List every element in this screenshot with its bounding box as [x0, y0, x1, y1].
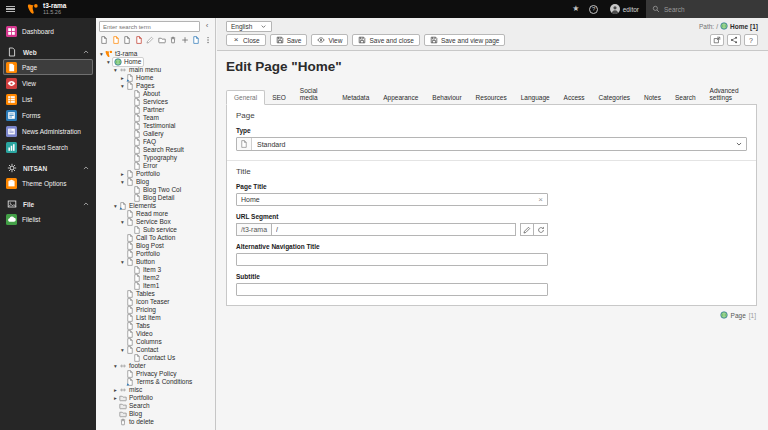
menu-toggle-icon[interactable] — [0, 0, 21, 18]
tree-expander-icon[interactable]: ▸ — [119, 170, 126, 178]
tree-expander-icon[interactable]: ▾ — [119, 218, 126, 226]
tree-node-item-3[interactable]: Item 3 — [96, 266, 215, 274]
tree-expander-icon[interactable]: ▾ — [119, 178, 126, 186]
tree-node-blog-post[interactable]: Blog Post — [96, 242, 215, 250]
user-menu[interactable]: editor — [603, 0, 646, 18]
tree-node-blog[interactable]: Blog — [96, 410, 215, 418]
sidebar-item-view[interactable]: View — [3, 75, 93, 91]
tab-notes[interactable]: Notes — [637, 91, 668, 104]
page-type-select[interactable]: Standard — [236, 137, 747, 151]
help-button[interactable]: ? — [585, 0, 603, 18]
tree-node-pages[interactable]: ▾Pages — [96, 82, 215, 90]
edit-icon[interactable] — [146, 36, 154, 45]
module-group-file[interactable]: File — [3, 197, 93, 211]
tree-expander-icon[interactable]: ▾ — [112, 362, 119, 370]
tab-general[interactable]: General — [226, 90, 265, 105]
open-new-window-button[interactable] — [710, 34, 724, 46]
sidebar-item-dashboard[interactable]: Dashboard — [3, 23, 93, 39]
view-button[interactable]: View — [311, 34, 348, 46]
tree-node-home[interactable]: ▾Home — [96, 58, 215, 66]
sidebar-item-news-administration[interactable]: News Administration — [3, 123, 93, 139]
sidebar-item-forms[interactable]: Forms — [3, 107, 93, 123]
tree-node-portfolio[interactable]: ▸Portfolio — [96, 170, 215, 178]
tree-node-typography[interactable]: Typography — [96, 154, 215, 162]
tree-node-blog[interactable]: ▾Blog — [96, 178, 215, 186]
share-button[interactable] — [727, 34, 741, 46]
tree-node-blog-detail[interactable]: Blog Detail — [96, 194, 215, 202]
tree-node-portfolio[interactable]: Portfolio — [96, 250, 215, 258]
tree-node-search-result[interactable]: Search Result — [96, 146, 215, 154]
expand-icon[interactable] — [181, 36, 189, 45]
page-title-input[interactable] — [241, 196, 535, 203]
tree-node-error[interactable]: Error — [96, 162, 215, 170]
tree-node-button[interactable]: ▾Button — [96, 258, 215, 266]
url-toggle-edit-button[interactable] — [520, 223, 534, 236]
tab-appearance[interactable]: Appearance — [376, 91, 425, 104]
tree-expander-icon[interactable]: ▾ — [98, 50, 105, 58]
tree-node-service-box[interactable]: ▾Service Box — [96, 218, 215, 226]
tab-advanced-settings[interactable]: Advanced settings — [703, 84, 757, 104]
sidebar-item-faceted-search[interactable]: Faceted Search — [3, 139, 93, 155]
save-and-close-button[interactable]: Save and close — [352, 34, 419, 46]
tree-expander-icon[interactable]: ▾ — [105, 58, 112, 66]
bookmarks-button[interactable]: ★ — [567, 0, 585, 18]
tree-node-faq[interactable]: FAQ — [96, 138, 215, 146]
tab-language[interactable]: Language — [514, 91, 557, 104]
tree-expander-icon[interactable]: ▾ — [119, 82, 126, 90]
tree-node-portfolio[interactable]: ▸Portfolio — [96, 394, 215, 402]
tree-node-video[interactable]: Video — [96, 330, 215, 338]
tree-node-privacy-policy[interactable]: Privacy Policy — [96, 370, 215, 378]
tree-node-list-item[interactable]: List Item — [96, 314, 215, 322]
tree-expander-icon[interactable]: ▾ — [112, 202, 119, 210]
tree-node-search[interactable]: Search — [96, 402, 215, 410]
tree-expander-icon[interactable]: ▾ — [119, 258, 126, 266]
tab-behaviour[interactable]: Behaviour — [425, 91, 468, 104]
tree-node-team[interactable]: Team — [96, 114, 215, 122]
recycler-icon[interactable] — [135, 36, 143, 45]
more-icon[interactable] — [204, 36, 212, 45]
tree-node-blog-two-col[interactable]: Blog Two Col — [96, 186, 215, 194]
tree-expander-icon[interactable]: ▸ — [112, 386, 119, 394]
tree-node-item1[interactable]: Item1 — [96, 282, 215, 290]
tree-node-to-delete[interactable]: to delete — [96, 418, 215, 426]
tab-resources[interactable]: Resources — [469, 91, 514, 104]
new-mount-icon[interactable] — [123, 36, 131, 45]
tree-node-elements[interactable]: ▾Elements — [96, 202, 215, 210]
tree-node-footer[interactable]: ▾footer — [96, 362, 215, 370]
global-search[interactable]: Search — [646, 0, 768, 18]
tree-node-pricing[interactable]: Pricing — [96, 306, 215, 314]
collapse-tree-icon[interactable]: ‹ — [202, 21, 212, 32]
sidebar-item-list[interactable]: List — [3, 91, 93, 107]
url-segment-input[interactable] — [276, 226, 511, 233]
tree-node-terms-conditions[interactable]: Terms & Conditions — [96, 378, 215, 386]
tree-node-tables[interactable]: Tables — [96, 290, 215, 298]
info-doc-icon[interactable] — [192, 36, 200, 45]
tab-categories[interactable]: Categories — [592, 91, 637, 104]
tab-social-media[interactable]: Social media — [293, 84, 335, 104]
tree-node-testimonial[interactable]: Testimonial — [96, 122, 215, 130]
alt-nav-title-input[interactable] — [241, 256, 543, 263]
sidebar-item-theme-options[interactable]: Theme Options — [3, 175, 93, 191]
tree-expander-icon[interactable]: ▾ — [119, 346, 126, 354]
typo3-brand[interactable]: t3-rama 11.5.26 — [21, 0, 72, 18]
tree-node-contact[interactable]: ▾Contact — [96, 346, 215, 354]
close-button[interactable]: ×Close — [226, 34, 266, 46]
tree-node-home[interactable]: ▸Home — [96, 74, 215, 82]
tree-expander-icon[interactable]: ▸ — [119, 74, 126, 82]
tree-expander-icon[interactable]: ▾ — [112, 66, 119, 74]
clear-icon[interactable]: × — [535, 196, 543, 204]
tab-metadata[interactable]: Metadata — [335, 91, 376, 104]
tree-search-input[interactable] — [99, 21, 200, 32]
tree-node-gallery[interactable]: Gallery — [96, 130, 215, 138]
tree-node-partner[interactable]: Partner — [96, 106, 215, 114]
url-recalculate-button[interactable] — [534, 223, 548, 236]
language-select[interactable]: English — [226, 21, 272, 32]
tab-seo[interactable]: SEO — [265, 91, 293, 104]
tree-node-services[interactable]: Services — [96, 98, 215, 106]
tree-node-call-to-action[interactable]: Call To Action — [96, 234, 215, 242]
tree-node-columns[interactable]: Columns — [96, 338, 215, 346]
tree-node-read-more[interactable]: Read more — [96, 210, 215, 218]
help-button[interactable]: ? — [744, 34, 758, 46]
delete-icon[interactable] — [169, 36, 177, 45]
tree-node-contact-us[interactable]: Contact Us — [96, 354, 215, 362]
